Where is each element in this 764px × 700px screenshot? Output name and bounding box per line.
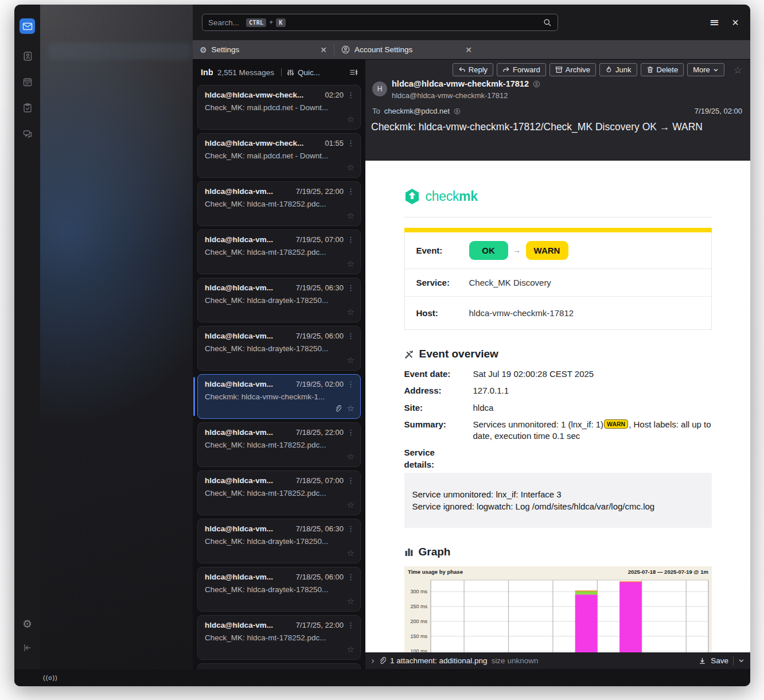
contact-icon[interactable] [454, 108, 461, 115]
app-menu-icon[interactable]: ≡ [710, 17, 720, 29]
tab-close-icon[interactable]: ✕ [320, 45, 327, 55]
message-time: 7/18/25, 06:00 [296, 573, 344, 581]
junk-button[interactable]: Junk [599, 63, 637, 76]
message-list-item[interactable]: hldca@hldca-vm... 7/19/25, 07:00 ⋮ Check… [197, 230, 361, 274]
star-icon[interactable]: ☆ [347, 501, 354, 510]
checkmk-logo-icon [404, 188, 420, 205]
star-icon[interactable]: ☆ [347, 212, 354, 220]
contact-icon[interactable] [533, 80, 540, 88]
message-list-item[interactable]: hldca@hldca-vm... 7/18/25, 22:00 ⋮ Check… [197, 422, 361, 467]
star-icon[interactable]: ☆ [347, 164, 354, 172]
window-close-icon[interactable]: × [732, 17, 739, 28]
message-subject: Check_MK: hldca-mt-178252.pdc... [205, 633, 354, 642]
message-list-item[interactable]: hldca@hldca-vm... 7/19/25, 06:30 ⋮ Check… [197, 278, 361, 322]
star-icon[interactable]: ☆ [347, 308, 354, 317]
message-list-item[interactable]: hldca@hldca-vm... 7/19/25, 02:00 ⋮ Check… [197, 374, 361, 419]
message-list-item[interactable]: hldca@hldca-vm... 7/18/25, 06:00 ⋮ Check… [197, 567, 361, 612]
message-menu-icon[interactable]: ⋮ [347, 621, 354, 629]
state-ok-pill: OK [469, 241, 508, 260]
star-icon[interactable]: ☆ [347, 549, 354, 558]
display-options-icon[interactable] [349, 68, 358, 76]
message-menu-icon[interactable]: ⋮ [347, 524, 354, 533]
reply-label: Reply [469, 65, 488, 74]
message-time: 7/19/25, 07:00 [296, 235, 344, 244]
message-sender: hldca@hldca-vm... [205, 380, 293, 388]
message-time: 7/19/25, 06:00 [296, 332, 344, 340]
message-list-item[interactable]: hldca@hldca-vm... 7/18/25, 06:30 ⋮ Check… [197, 519, 361, 563]
divider [733, 656, 734, 666]
star-icon[interactable]: ☆ [347, 115, 354, 124]
tab-settings-label: Settings [212, 45, 240, 54]
to-address[interactable]: checkmk@pdcd.net [384, 107, 450, 115]
message-subject: Check_MK: hldca-draytek-178250... [205, 296, 354, 305]
service-details-label: Service details: [404, 447, 459, 470]
message-sender: hldca@hldca-vmw-check... [205, 139, 321, 147]
folder-name: Inbox [201, 68, 213, 77]
summary-label: Summary: [404, 419, 473, 442]
message-time: 7/19/25, 22:00 [296, 187, 344, 196]
svg-text:2025-07-18 — 2025-07-19 @ 1m: 2025-07-18 — 2025-07-19 @ 1m [627, 569, 708, 575]
settings-gear-icon[interactable]: ⚙ [20, 616, 35, 631]
message-list-item[interactable]: hldca@hldca-vm... 7/19/25, 22:00 ⋮ Check… [197, 181, 361, 226]
divider [404, 217, 712, 217]
message-menu-icon[interactable]: ⋮ [347, 187, 354, 196]
star-message-icon[interactable]: ☆ [734, 64, 742, 76]
message-menu-icon[interactable]: ⋮ [347, 235, 354, 244]
attachment-name[interactable]: 1 attachment: additional.png [390, 656, 488, 665]
quick-filter-button[interactable]: Quic... [287, 68, 320, 77]
save-attachments-button[interactable]: Save [711, 656, 728, 665]
message-list-item[interactable]: hldca@hldca-vm... 7/19/25, 06:00 ⋮ Check… [197, 326, 361, 371]
delete-button[interactable]: Delete [641, 63, 684, 76]
attachment-expand-icon[interactable]: › [371, 656, 375, 666]
chat-space-icon[interactable] [20, 126, 35, 141]
svg-text:100 ms: 100 ms [410, 648, 427, 652]
mail-space-icon[interactable] [20, 18, 35, 34]
archive-button[interactable]: Archive [549, 63, 596, 76]
message-list-item[interactable]: hldca@hldca-vmw-check... 02:20 ⋮ Check_M… [197, 85, 361, 130]
folder-pane-blurred [40, 5, 193, 669]
quick-filter-label: Quic... [298, 68, 320, 77]
message-list-item[interactable]: hldca@hldca-vm... 7/17/25, 22:00 ⋮ Check… [197, 615, 361, 660]
to-label: To [372, 107, 380, 115]
message-menu-icon[interactable]: ⋮ [347, 428, 354, 437]
svg-text:150 ms: 150 ms [410, 633, 427, 639]
message-subject: Check_MK: hldca-mt-178252.pdc... [205, 200, 354, 208]
forward-button[interactable]: Forward [497, 63, 546, 76]
message-list-item[interactable]: hldca@hldca-vm... 7/17/25, 07:00 ⋮ Check… [197, 663, 361, 669]
global-search-input[interactable]: Search... CTRL + K [202, 14, 558, 31]
star-icon[interactable]: ☆ [347, 645, 354, 654]
collapse-spaces-icon[interactable] [20, 640, 35, 655]
message-subject: Check_MK: hldca-draytek-178250... [205, 344, 354, 353]
tab-settings[interactable]: ⚙ Settings ✕ [193, 40, 334, 59]
message-time: 7/17/25, 22:00 [296, 621, 344, 629]
message-sender: hldca@hldca-vm... [205, 621, 293, 629]
reply-button[interactable]: Reply [453, 63, 493, 76]
more-button[interactable]: More [687, 63, 724, 76]
bar-chart-icon [404, 547, 414, 557]
message-menu-icon[interactable]: ⋮ [347, 91, 354, 99]
message-menu-icon[interactable]: ⋮ [347, 332, 354, 340]
message-menu-icon[interactable]: ⋮ [347, 283, 354, 292]
tab-close-icon[interactable]: ✕ [465, 45, 472, 55]
site-label: Site: [404, 402, 473, 414]
save-menu-chevron-icon[interactable] [738, 658, 744, 664]
star-icon[interactable]: ☆ [347, 405, 354, 413]
star-icon[interactable]: ☆ [347, 597, 354, 606]
message-menu-icon[interactable]: ⋮ [347, 380, 354, 388]
star-icon[interactable]: ☆ [347, 453, 354, 461]
sender-avatar: H [372, 81, 387, 96]
event-date-value: Sat Jul 19 02:00:28 CEST 2025 [473, 368, 712, 380]
message-date: 7/19/25, 02:00 [695, 107, 742, 115]
tasks-space-icon[interactable] [20, 100, 35, 115]
star-icon[interactable]: ☆ [347, 260, 354, 269]
calendar-space-icon[interactable] [20, 74, 35, 90]
message-list-item[interactable]: hldca@hldca-vm... 7/18/25, 07:00 ⋮ Check… [197, 470, 361, 515]
message-menu-icon[interactable]: ⋮ [347, 476, 354, 485]
message-menu-icon[interactable]: ⋮ [347, 139, 354, 147]
trash-icon [646, 66, 654, 73]
message-list-item[interactable]: hldca@hldca-vmw-check... 01:55 ⋮ Check_M… [197, 133, 361, 178]
addressbook-space-icon[interactable] [20, 48, 35, 64]
star-icon[interactable]: ☆ [347, 356, 354, 365]
message-menu-icon[interactable]: ⋮ [347, 573, 354, 581]
tab-account-settings[interactable]: Account Settings ✕ [334, 40, 479, 59]
